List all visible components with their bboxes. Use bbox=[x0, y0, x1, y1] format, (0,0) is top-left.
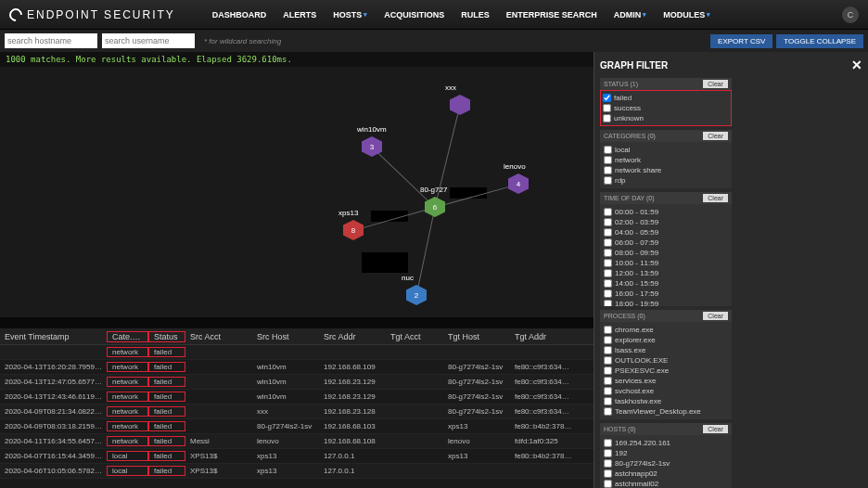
checkbox[interactable] bbox=[604, 326, 612, 334]
toggle-collapse-button[interactable]: TOGGLE COLLAPSE bbox=[776, 34, 863, 48]
col-header[interactable]: Tgt Addr bbox=[510, 332, 577, 341]
col-header[interactable]: Status bbox=[148, 331, 185, 342]
nav-dashboard[interactable]: DASHBOARD bbox=[212, 10, 267, 19]
nav-enterprise search[interactable]: ENTERPRISE SEARCH bbox=[506, 10, 597, 19]
graph-node[interactable]: 2 bbox=[406, 285, 427, 305]
graph-node[interactable]: 6 bbox=[425, 197, 445, 217]
nav-acquisitions[interactable]: ACQUISITIONS bbox=[384, 10, 444, 19]
checkbox[interactable] bbox=[604, 377, 612, 385]
filter-item[interactable]: lsass.exe bbox=[604, 345, 728, 355]
search-hostname-input[interactable] bbox=[5, 33, 97, 48]
filter-item[interactable]: failed bbox=[603, 93, 729, 103]
filter-item[interactable]: 14:00 - 15:59 bbox=[604, 278, 728, 289]
checkbox[interactable] bbox=[603, 114, 611, 122]
checkbox[interactable] bbox=[604, 176, 612, 185]
filter-item[interactable]: network bbox=[604, 155, 728, 165]
avatar[interactable]: C bbox=[842, 6, 859, 23]
filter-item[interactable]: rdp bbox=[604, 175, 728, 186]
clear-button[interactable]: Clear bbox=[703, 312, 728, 320]
nav-rules[interactable]: RULES bbox=[461, 10, 490, 19]
clear-button[interactable]: Clear bbox=[703, 80, 728, 88]
filter-item[interactable]: 169.254.220.161 bbox=[604, 438, 728, 448]
checkbox[interactable] bbox=[604, 439, 612, 447]
close-icon[interactable]: ✕ bbox=[851, 58, 862, 72]
checkbox[interactable] bbox=[604, 300, 612, 306]
checkbox[interactable] bbox=[604, 480, 612, 488]
checkbox[interactable] bbox=[603, 104, 611, 112]
checkbox[interactable] bbox=[604, 356, 612, 365]
checkbox[interactable] bbox=[604, 146, 612, 154]
nav-hosts[interactable]: HOSTS▾ bbox=[333, 10, 367, 19]
checkbox[interactable] bbox=[604, 279, 612, 288]
checkbox[interactable] bbox=[604, 407, 612, 416]
filter-item[interactable]: taskhostw.exe bbox=[604, 396, 728, 406]
export-csv-button[interactable]: EXPORT CSV bbox=[710, 34, 772, 48]
filter-item[interactable]: astchnapp02 bbox=[604, 469, 728, 479]
filter-item[interactable]: 02:00 - 03:59 bbox=[604, 217, 728, 227]
filter-item[interactable]: unknown bbox=[603, 113, 729, 123]
checkbox[interactable] bbox=[603, 94, 611, 102]
checkbox[interactable] bbox=[604, 397, 612, 405]
col-header[interactable]: Src Acct bbox=[185, 332, 252, 341]
clear-button[interactable]: Clear bbox=[703, 194, 728, 202]
clear-button[interactable]: Clear bbox=[703, 425, 728, 433]
checkbox[interactable] bbox=[604, 336, 612, 344]
cell: 192.168.23.129 bbox=[319, 378, 386, 386]
col-header[interactable]: Src Host bbox=[252, 332, 319, 341]
nav-alerts[interactable]: ALERTS bbox=[283, 10, 316, 19]
filter-item[interactable]: 00:00 - 01:59 bbox=[604, 207, 728, 217]
filter-item[interactable]: 80-g7274ls2-1sv bbox=[604, 458, 728, 469]
graph-node[interactable]: 8 bbox=[343, 220, 364, 240]
checkbox[interactable] bbox=[604, 249, 612, 257]
filter-item[interactable]: astchnmail02 bbox=[604, 479, 728, 488]
checkbox[interactable] bbox=[604, 218, 612, 226]
clear-button[interactable]: Clear bbox=[703, 132, 728, 140]
checkbox[interactable] bbox=[604, 259, 612, 267]
checkbox[interactable] bbox=[604, 289, 612, 298]
checkbox[interactable] bbox=[604, 459, 612, 468]
checkbox[interactable] bbox=[604, 366, 612, 375]
col-header[interactable]: Event Timestamp bbox=[0, 332, 107, 341]
graph-node[interactable] bbox=[450, 95, 470, 115]
filter-item[interactable]: 18:00 - 19:59 bbox=[604, 299, 728, 306]
filter-item[interactable]: chrome.exe bbox=[604, 325, 728, 335]
nav-modules[interactable]: MODULES▾ bbox=[663, 10, 710, 19]
filter-item[interactable]: 192 bbox=[604, 448, 728, 458]
checkbox[interactable] bbox=[604, 449, 612, 457]
col-header[interactable]: Tgt Host bbox=[443, 332, 510, 341]
filter-item[interactable]: 04:00 - 05:59 bbox=[604, 227, 728, 238]
checkbox[interactable] bbox=[604, 469, 612, 478]
filter-item[interactable]: svchost.exe bbox=[604, 386, 728, 396]
filter-item[interactable]: local bbox=[604, 145, 728, 155]
col-header[interactable]: Cate... ↓ bbox=[107, 331, 148, 342]
checkbox[interactable] bbox=[604, 156, 612, 164]
filter-item[interactable]: TeamViewer_Desktop.exe bbox=[604, 406, 728, 417]
checkbox[interactable] bbox=[604, 238, 612, 247]
col-header[interactable]: Tgt Acct bbox=[386, 332, 443, 341]
col-header[interactable]: Src Addr bbox=[319, 332, 386, 341]
checkbox[interactable] bbox=[604, 269, 612, 277]
filter-item[interactable]: services.exe bbox=[604, 376, 728, 386]
cell: fdfd:1af0:325 bbox=[510, 437, 577, 445]
filter-item[interactable]: explorer.exe bbox=[604, 335, 728, 345]
filter-item[interactable]: success bbox=[603, 103, 729, 113]
filter-item[interactable]: 16:00 - 17:59 bbox=[604, 289, 728, 299]
checkbox[interactable] bbox=[604, 387, 612, 395]
cell: failed bbox=[148, 451, 185, 461]
search-username-input[interactable] bbox=[102, 33, 195, 48]
cell: 192.168.68.108 bbox=[319, 437, 386, 445]
filter-item[interactable]: 10:00 - 11:59 bbox=[604, 258, 728, 268]
checkbox[interactable] bbox=[604, 228, 612, 237]
checkbox[interactable] bbox=[604, 346, 612, 354]
nav-admin[interactable]: ADMIN▾ bbox=[614, 10, 647, 19]
filter-item[interactable]: OUTLOOK.EXE bbox=[604, 355, 728, 366]
graph-node[interactable]: 4 bbox=[508, 173, 529, 194]
filter-item[interactable]: 12:00 - 13:59 bbox=[604, 268, 728, 278]
filter-item[interactable]: 06:00 - 07:59 bbox=[604, 238, 728, 248]
checkbox[interactable] bbox=[604, 166, 612, 174]
graph-node[interactable]: 3 bbox=[362, 136, 382, 157]
filter-item[interactable]: PSEXESVC.exe bbox=[604, 366, 728, 376]
checkbox[interactable] bbox=[604, 208, 612, 216]
filter-item[interactable]: network share bbox=[604, 165, 728, 175]
filter-item[interactable]: 08:00 - 09:59 bbox=[604, 248, 728, 258]
